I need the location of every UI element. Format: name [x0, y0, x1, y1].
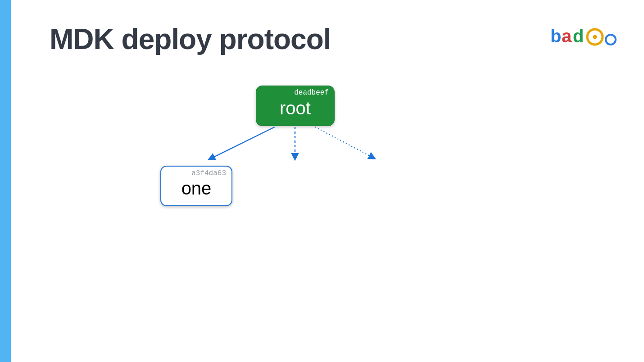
svg-point-4 [593, 35, 597, 39]
node-root-hash: deadbeef [294, 89, 329, 97]
decorative-side-stripe [0, 0, 11, 362]
node-one-hash: a3f4da63 [191, 169, 226, 177]
slide-title: MDK deploy protocol [50, 23, 331, 56]
svg-point-5 [606, 35, 616, 45]
node-root: deadbeef root [256, 86, 335, 126]
node-one: a3f4da63 one [160, 166, 232, 206]
badoo-logo: b a d [550, 27, 622, 47]
edge-root-to-right [315, 127, 375, 158]
node-root-label: root [280, 99, 311, 117]
svg-text:b: b [550, 27, 561, 46]
svg-text:a: a [562, 27, 572, 46]
edge-root-to-one [209, 127, 275, 159]
node-one-label: one [181, 179, 212, 197]
svg-text:d: d [573, 27, 584, 46]
